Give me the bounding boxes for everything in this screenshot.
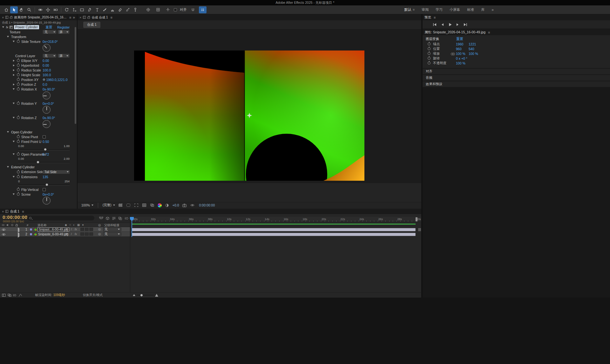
stopwatch-icon[interactable] [428, 62, 430, 64]
workspace-tab-library[interactable]: 库 [481, 7, 485, 12]
clone-stamp-tool-icon[interactable] [109, 6, 116, 13]
anchor-x-value[interactable]: 1960 [456, 42, 469, 46]
property-value[interactable]: 1960.0,1221.0 [46, 78, 67, 82]
lock-icon[interactable] [10, 17, 12, 19]
workspace-tab-default[interactable]: 默认≡ [404, 7, 415, 12]
search-input[interactable] [27, 216, 94, 220]
group-header-transform[interactable]: Transform [0, 34, 77, 39]
collapsed-panel-audio[interactable]: 音频 [423, 75, 610, 81]
pixel-aspect-icon[interactable] [150, 203, 155, 207]
twirl-down-icon[interactable] [13, 41, 15, 42]
pan-camera-tool-icon[interactable] [44, 6, 52, 13]
effect-controls-tab-title[interactable]: 效果控件 Snipaste_2026-04-15_16-00-49.jpg [14, 15, 66, 20]
motion-blur-toggle-icon[interactable] [12, 293, 17, 297]
rotation-value[interactable]: 0 x +0 ° [456, 57, 467, 60]
control-layer-dropdown[interactable]: 无 [43, 54, 57, 58]
exposure-value[interactable]: +0.0 [173, 203, 179, 207]
angle-dial[interactable] [43, 91, 51, 99]
fx-toggle-icon[interactable]: fx [6, 26, 8, 29]
stopwatch-icon[interactable] [17, 188, 20, 191]
time-ruler[interactable]: :00s02s04s06s08s10s12s14s16s18s20s22s24s… [131, 217, 421, 222]
extension-side-dropdown[interactable]: Tail Side [43, 170, 70, 174]
tab-overflow-icon[interactable]: » [73, 15, 75, 20]
twirl-down-icon[interactable] [7, 131, 9, 133]
scale-y-value[interactable]: 100 % [469, 52, 481, 56]
current-timecode[interactable]: 0:00:00:00 [3, 214, 27, 220]
composition-flowchart-button[interactable]: 合成 1 [83, 22, 100, 28]
audio-speaker-icon[interactable] [6, 224, 9, 226]
play-button[interactable] [447, 22, 452, 27]
zoom-in-mountain-icon[interactable] [155, 294, 158, 297]
label-color-chip[interactable] [30, 228, 32, 231]
axis-mode-local-icon[interactable] [144, 6, 152, 13]
roto-brush-tool-icon[interactable] [124, 6, 132, 13]
stopwatch-icon[interactable] [428, 57, 430, 60]
workspace-tab-review[interactable]: 审阅 [422, 7, 429, 12]
region-of-interest-icon[interactable] [134, 203, 139, 207]
fixed-point-u-slider[interactable] [18, 148, 70, 152]
puppet-pin-tool-icon[interactable] [132, 6, 139, 13]
close-icon[interactable]: × [79, 16, 81, 19]
twirl-down-icon[interactable] [13, 153, 15, 155]
rectangle-tool-icon[interactable] [78, 6, 86, 13]
property-value[interactable]: 0.50 [43, 140, 49, 144]
stopwatch-icon[interactable] [17, 73, 20, 76]
layer-duration-bar-1[interactable] [132, 228, 416, 231]
solo-icon[interactable] [11, 224, 14, 226]
video-eye-icon[interactable] [2, 224, 5, 226]
texture-source-dropdown[interactable]: 源 [58, 30, 70, 34]
pan-behind-tool-icon[interactable] [71, 6, 78, 13]
show-pivot-checkbox[interactable] [43, 135, 46, 138]
composition-tab-title[interactable]: 合成 合成 1 [92, 15, 108, 20]
pen-tool-icon[interactable] [86, 6, 93, 13]
axis-mode-world-icon[interactable] [154, 6, 162, 13]
stopwatch-icon[interactable] [17, 102, 20, 105]
twirl-down-icon[interactable] [7, 36, 9, 37]
panel-menu-icon[interactable]: ≡ [22, 210, 24, 213]
first-frame-button[interactable] [432, 22, 437, 27]
next-frame-button[interactable] [455, 22, 460, 27]
twirl-down-icon[interactable] [2, 26, 4, 28]
angle-dial[interactable] [43, 120, 51, 128]
workspace-tab-standard[interactable]: 标准 [467, 7, 474, 12]
last-frame-button[interactable] [463, 22, 468, 27]
stopwatch-icon[interactable] [428, 52, 430, 55]
layer-expander-icon[interactable] [18, 233, 19, 237]
effect-name[interactable]: Power Cylinder [14, 25, 39, 29]
visibility-eye-icon[interactable] [2, 233, 5, 235]
stopwatch-icon[interactable] [17, 175, 20, 178]
home-icon[interactable] [3, 6, 10, 13]
property-value[interactable]: 0.00 [43, 64, 49, 67]
position-x-value[interactable]: 960 [456, 47, 469, 51]
timeline-scrollbar[interactable] [418, 228, 421, 231]
property-value[interactable]: 0x-90.0° [43, 116, 55, 120]
slider-knob[interactable] [37, 161, 39, 164]
frame-blend-toggle-icon[interactable] [7, 293, 12, 297]
workspace-tab-learn[interactable]: 学习 [436, 7, 443, 12]
stopwatch-icon[interactable] [17, 64, 20, 67]
transform-reset-link[interactable]: 重置 [456, 37, 463, 41]
selection-tool-icon[interactable] [10, 6, 18, 13]
property-value[interactable]: 0x+0.0° [43, 192, 54, 196]
crosshair-icon[interactable]: ⊕ [43, 78, 45, 81]
flip-vertical-checkbox[interactable] [43, 188, 46, 191]
position-y-value[interactable]: 540 [469, 47, 481, 51]
composition-viewer[interactable] [78, 29, 421, 183]
layer-duration-bar-2[interactable] [132, 233, 416, 236]
twirl-down-icon[interactable] [13, 103, 15, 104]
property-value[interactable]: 0x+0.0° [43, 102, 54, 105]
layer-name[interactable]: Snipast...6-00-49.jpg [37, 227, 69, 232]
layer-name[interactable]: Snipaste_6-00-49.jpg [38, 233, 68, 236]
close-icon[interactable]: × [2, 210, 4, 213]
scale-x-value[interactable]: 100 % [456, 52, 469, 56]
timeline-layer-row-1[interactable]: 1 Snipast...6-00-49.jpg ⬒/fx ◎ 无 [0, 227, 130, 232]
property-value[interactable]: 0.0 [43, 83, 47, 86]
angle-dial[interactable] [43, 44, 51, 52]
property-value[interactable]: 0x-90.0° [43, 87, 55, 91]
angle-dial[interactable] [43, 197, 51, 205]
twirl-right-icon[interactable] [13, 74, 15, 76]
stopwatch-icon[interactable] [17, 171, 20, 173]
twirl-down-icon[interactable] [13, 193, 15, 195]
rotation-tool-icon[interactable] [63, 6, 71, 13]
toggle-switches-label[interactable]: 切换开关/模式 [83, 293, 103, 297]
